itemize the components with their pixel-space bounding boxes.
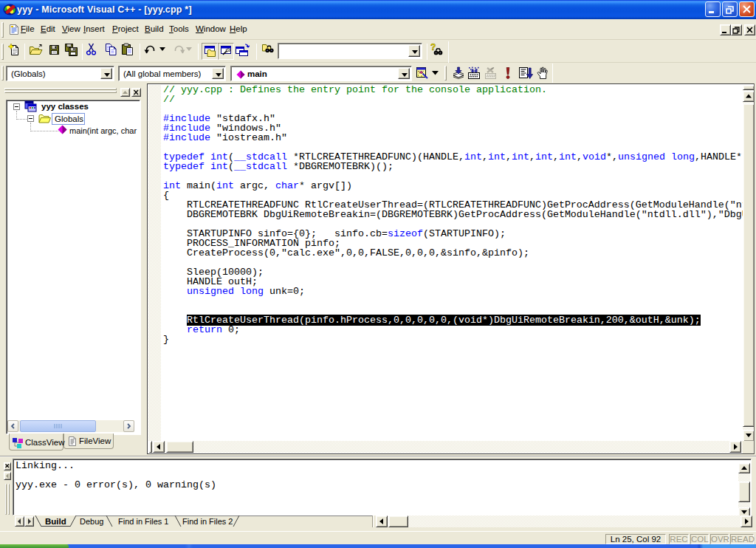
- svg-text:Find in Files 2: Find in Files 2: [182, 517, 233, 526]
- svg-text:Debug: Debug: [80, 517, 103, 526]
- svg-text:Build: Build: [45, 517, 66, 526]
- svg-text:Find in Files 1: Find in Files 1: [118, 517, 168, 526]
